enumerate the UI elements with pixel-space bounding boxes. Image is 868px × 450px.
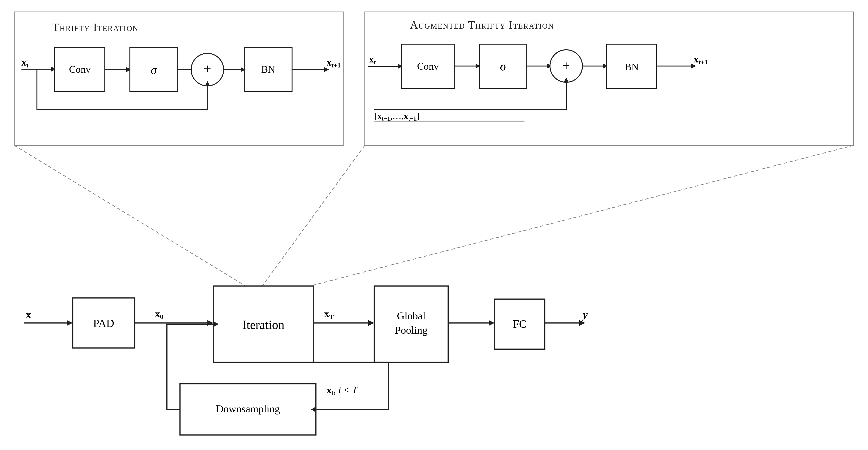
thrifty-conv-label: Conv <box>69 64 91 75</box>
diagram-container: Thrifty Iteration Augmented Thrifty Iter… <box>0 0 868 450</box>
pooling-label2: Pooling <box>395 324 428 336</box>
xt-condition-label: xt, t < T <box>327 384 358 396</box>
svg-line-33 <box>262 146 365 286</box>
svg-marker-45 <box>489 320 495 326</box>
svg-marker-14 <box>324 67 329 72</box>
svg-marker-42 <box>368 320 374 326</box>
thrifty-plus-label: + <box>204 62 211 76</box>
svg-marker-36 <box>67 320 73 326</box>
thrifty-bn-label: BN <box>261 64 275 75</box>
aug-plus-label: + <box>562 58 570 73</box>
downsampling-label: Downsampling <box>216 403 280 415</box>
aug-bn-label: BN <box>625 62 639 72</box>
xT-label: xT <box>324 308 334 320</box>
bottom-input-label: x <box>26 309 31 321</box>
svg-line-32 <box>14 146 246 286</box>
y-label: y <box>582 309 588 321</box>
thrifty-output-label: xt+1 <box>327 57 341 69</box>
x0-label: x0 <box>155 308 163 320</box>
aug-sigma-label: σ <box>500 59 506 73</box>
thrifty-input-label: xt <box>22 57 29 69</box>
aug-history-label: [xt−1,…,xt−h] <box>374 111 420 122</box>
svg-line-34 <box>310 146 854 286</box>
augmented-title: Augmented Thrifty Iteration <box>410 19 554 31</box>
main-diagram-svg: Thrifty Iteration Augmented Thrifty Iter… <box>0 0 868 450</box>
thrifty-title: Thrifty Iteration <box>53 21 138 33</box>
svg-rect-43 <box>374 286 448 362</box>
svg-marker-39 <box>208 320 213 326</box>
fc-label: FC <box>513 318 526 330</box>
global-pooling-label: Global <box>397 310 426 322</box>
aug-input-label: xt <box>369 54 376 66</box>
thrifty-sigma-label: σ <box>151 63 157 76</box>
svg-marker-48 <box>579 320 585 326</box>
aug-output-label: xt+1 <box>694 54 708 66</box>
aug-conv-label: Conv <box>417 61 439 72</box>
iteration-label: Iteration <box>243 318 284 331</box>
pad-label: PAD <box>93 317 114 329</box>
